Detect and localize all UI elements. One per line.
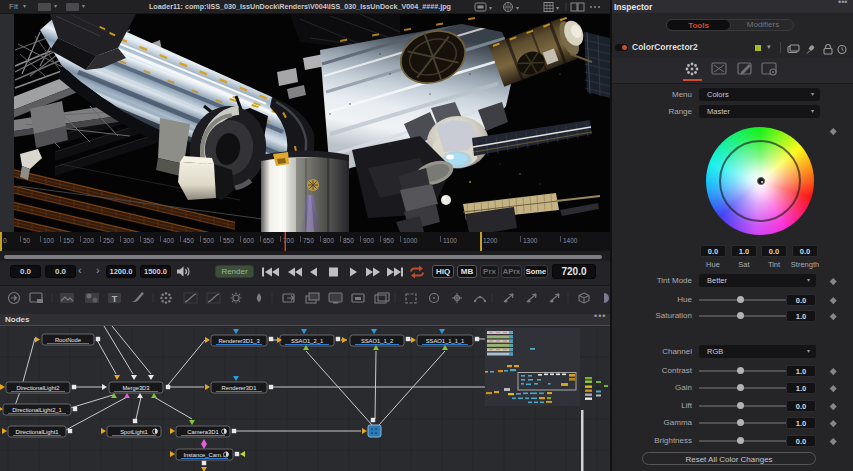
- svg-text:200: 200: [83, 237, 94, 244]
- svg-text:650: 650: [263, 237, 274, 244]
- svg-text:Merge3D3: Merge3D3: [122, 385, 149, 391]
- svg-text:900: 900: [363, 237, 374, 244]
- svg-text:550: 550: [223, 237, 234, 244]
- svg-text:SSAO1_1_2: SSAO1_1_2: [361, 338, 393, 344]
- svg-text:RootNode: RootNode: [55, 337, 81, 343]
- svg-text:Renderer3D1_3: Renderer3D1_3: [218, 338, 259, 344]
- svg-text:1300: 1300: [523, 237, 538, 244]
- svg-text:950: 950: [383, 237, 394, 244]
- svg-text:Camera3D1: Camera3D1: [187, 429, 218, 435]
- svg-text:350: 350: [143, 237, 154, 244]
- svg-text:SSAO1_2_1: SSAO1_2_1: [291, 338, 323, 344]
- svg-text:150: 150: [63, 237, 74, 244]
- svg-text:DirectionalLight2: DirectionalLight2: [16, 385, 59, 391]
- svg-text:1100: 1100: [443, 237, 457, 244]
- svg-text:500: 500: [203, 237, 214, 244]
- svg-text:DirectionalLight1: DirectionalLight1: [15, 429, 58, 435]
- svg-text:50: 50: [23, 237, 31, 244]
- svg-text:T: T: [112, 294, 118, 304]
- svg-text:400: 400: [163, 237, 174, 244]
- svg-text:DirectionalLight2_1: DirectionalLight2_1: [12, 407, 62, 413]
- svg-text:Instance_Cam...: Instance_Cam...: [183, 452, 226, 458]
- svg-text:250: 250: [103, 237, 114, 244]
- svg-text:800: 800: [323, 237, 334, 244]
- svg-text:850: 850: [343, 237, 354, 244]
- svg-text:SSAO1_1_1_1: SSAO1_1_1_1: [426, 338, 465, 344]
- svg-text:1200: 1200: [483, 237, 498, 244]
- svg-text:0: 0: [3, 237, 7, 244]
- svg-text:750: 750: [303, 237, 314, 244]
- svg-text:450: 450: [183, 237, 194, 244]
- svg-text:100: 100: [43, 237, 54, 244]
- svg-text:1000: 1000: [403, 237, 418, 244]
- svg-text:600: 600: [243, 237, 254, 244]
- svg-text:Renderer3D1: Renderer3D1: [222, 385, 257, 391]
- svg-text:SpotLight1: SpotLight1: [120, 429, 148, 435]
- svg-text:300: 300: [123, 237, 134, 244]
- svg-text:1400: 1400: [563, 237, 578, 244]
